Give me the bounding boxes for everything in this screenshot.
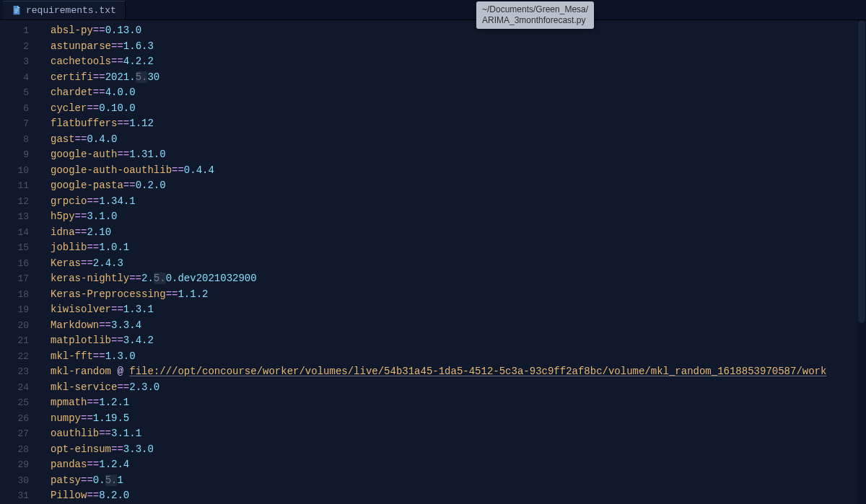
line-number-gutter: 1234567891011121314151617181920212223242…: [0, 20, 40, 504]
code-line[interactable]: absl-py==0.13.0: [51, 23, 866, 39]
code-line[interactable]: gast==0.4.0: [51, 132, 866, 148]
line-number: 23: [0, 364, 29, 380]
code-line[interactable]: matplotlib==3.4.2: [51, 333, 866, 349]
code-line[interactable]: Keras==2.4.3: [51, 256, 866, 272]
line-number: 19: [0, 302, 29, 318]
tab-bar: requirements.txt: [0, 0, 866, 20]
code-line[interactable]: google-auth-oauthlib==0.4.4: [51, 163, 866, 179]
code-line[interactable]: pandas==1.2.4: [51, 457, 866, 473]
line-number: 27: [0, 426, 29, 442]
line-number: 17: [0, 271, 29, 287]
svg-rect-0: [14, 9, 18, 9]
line-number: 5: [0, 85, 29, 101]
code-line[interactable]: Markdown==3.3.4: [51, 318, 866, 334]
code-line[interactable]: mpmath==1.2.1: [51, 395, 866, 411]
line-number: 9: [0, 147, 29, 163]
line-number: 28: [0, 442, 29, 458]
line-number: 20: [0, 318, 29, 334]
line-number: 6: [0, 101, 29, 117]
code-line[interactable]: cycler==0.10.0: [51, 101, 866, 117]
line-number: 15: [0, 240, 29, 256]
code-line[interactable]: keras-nightly==2.5.0.dev2021032900: [51, 271, 866, 287]
code-line[interactable]: h5py==3.1.0: [51, 209, 866, 225]
line-number: 4: [0, 70, 29, 86]
line-number: 3: [0, 54, 29, 70]
code-line[interactable]: google-pasta==0.2.0: [51, 178, 866, 194]
line-number: 1: [0, 23, 29, 39]
code-line[interactable]: patsy==0.5.1: [51, 473, 866, 489]
code-line[interactable]: kiwisolver==1.3.1: [51, 302, 866, 318]
tab-requirements[interactable]: requirements.txt: [3, 1, 126, 19]
tooltip-line2: ARIMA_3monthforecast.py: [482, 15, 585, 25]
line-number: 14: [0, 225, 29, 241]
line-number: 22: [0, 349, 29, 365]
line-number: 11: [0, 178, 29, 194]
code-line[interactable]: idna==2.10: [51, 225, 866, 241]
code-line[interactable]: Keras-Preprocessing==1.1.2: [51, 287, 866, 303]
code-line[interactable]: mkl-random @ file:///opt/concourse/worke…: [51, 364, 866, 380]
line-number: 12: [0, 194, 29, 210]
tooltip-line1: ~/Documents/Green_Mesa/: [482, 4, 588, 14]
path-tooltip: ~/Documents/Green_Mesa/ ARIMA_3monthfore…: [476, 1, 594, 29]
tab-filename: requirements.txt: [26, 5, 116, 16]
editor[interactable]: 1234567891011121314151617181920212223242…: [0, 20, 866, 504]
code-line[interactable]: mkl-service==2.3.0: [51, 380, 866, 396]
code-line[interactable]: google-auth==1.31.0: [51, 147, 866, 163]
code-line[interactable]: Pillow==8.2.0: [51, 488, 866, 504]
line-number: 8: [0, 132, 29, 148]
code-line[interactable]: cachetools==4.2.2: [51, 54, 866, 70]
scrollbar-track[interactable]: [857, 20, 866, 504]
code-line[interactable]: flatbuffers==1.12: [51, 116, 866, 132]
line-number: 29: [0, 457, 29, 473]
line-number: 18: [0, 287, 29, 303]
line-number: 13: [0, 209, 29, 225]
code-line[interactable]: joblib==1.0.1: [51, 240, 866, 256]
scrollbar-thumb[interactable]: [858, 20, 865, 323]
svg-rect-1: [14, 10, 18, 11]
code-line[interactable]: oauthlib==3.1.1: [51, 426, 866, 442]
line-number: 24: [0, 380, 29, 396]
code-area[interactable]: absl-py==0.13.0astunparse==1.6.3cachetoo…: [40, 20, 866, 504]
line-number: 25: [0, 395, 29, 411]
code-line[interactable]: opt-einsum==3.3.0: [51, 442, 866, 458]
code-line[interactable]: numpy==1.19.5: [51, 411, 866, 427]
code-line[interactable]: astunparse==1.6.3: [51, 39, 866, 55]
code-line[interactable]: grpcio==1.34.1: [51, 194, 866, 210]
line-number: 26: [0, 411, 29, 427]
line-number: 10: [0, 163, 29, 179]
code-line[interactable]: certifi==2021.5.30: [51, 70, 866, 86]
line-number: 7: [0, 116, 29, 132]
line-number: 31: [0, 488, 29, 504]
line-number: 16: [0, 256, 29, 272]
svg-rect-2: [14, 12, 17, 13]
line-number: 21: [0, 333, 29, 349]
line-number: 30: [0, 473, 29, 489]
line-number: 2: [0, 39, 29, 55]
code-line[interactable]: chardet==4.0.0: [51, 85, 866, 101]
code-line[interactable]: mkl-fft==1.3.0: [51, 349, 866, 365]
text-file-icon: [12, 5, 22, 15]
